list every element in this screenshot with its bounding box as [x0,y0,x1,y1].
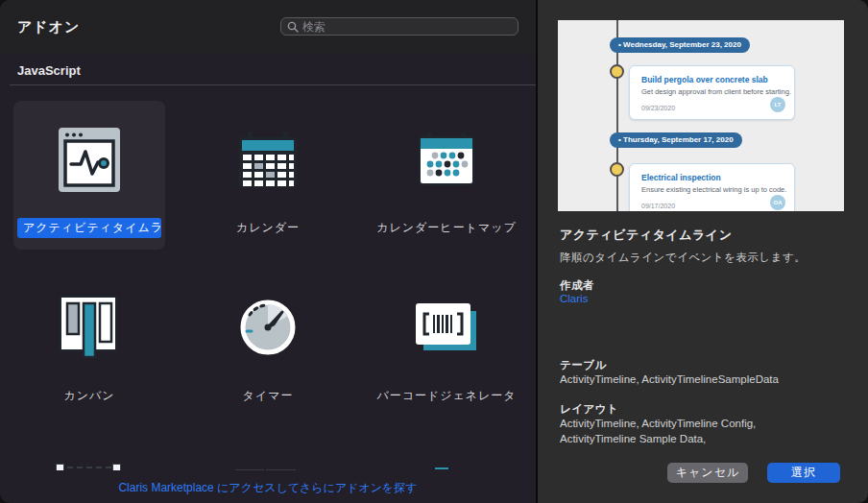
timeline-card-date: 09/17/2020 [641,203,675,209]
timeline-card: Electrical inspection Ensure existing el… [629,163,795,211]
addon-detail-title: アクティビティタイムライン [560,227,732,244]
select-button[interactable]: 選択 [767,463,840,483]
timeline-date-badge: • Thursday, September 17, 2020 [610,132,742,148]
barcode-icon [416,303,477,351]
layouts-label: レイアウト [560,402,618,417]
addon-preview-image: • Wednesday, September 23, 2020 Build pe… [558,20,844,211]
search-icon [287,21,299,33]
calendar-heatmap-icon [419,132,474,186]
timeline-date-badge: • Wednesday, September 23, 2020 [610,37,750,53]
creator-link[interactable]: Claris [560,293,588,304]
timeline-card: Build pergola over concrete slab Get des… [629,65,795,120]
addon-label-calendar-heatmap: カレンダーヒートマップ [376,221,517,234]
tables-label: テーブル [560,358,607,372]
addons-dialog: アドオン JavaScript [0,0,868,503]
addon-tile-activity-timeline[interactable]: アクティビティタイムラ… [0,101,179,250]
layouts-value-line2: ActivityTimeline Sample Data, [560,433,706,444]
timeline-node [610,64,624,79]
addons-list-panel: アドオン JavaScript [0,0,536,503]
addon-label-timer: タイマー [243,389,294,402]
timeline-card-title: Build pergola over concrete slab [641,75,768,84]
addon-label-barcode-generator: バーコードジェネレータ [376,389,516,402]
addon-detail-panel: • Wednesday, September 23, 2020 Build pe… [538,0,868,503]
activity-timeline-icon [59,128,120,192]
calendar-icon [238,132,298,188]
addon-label-kanban: カンバン [63,389,114,402]
cancel-button[interactable]: キャンセル [667,463,748,483]
creator-label: 作成者 [560,278,594,293]
addon-tile-timer[interactable]: タイマー [179,269,357,418]
addon-detail-description: 降順のタイムラインでイベントを表示します。 [560,251,806,265]
page-title: アドオン [17,18,80,36]
timeline-node [610,162,624,177]
section-divider [10,84,536,85]
claris-marketplace-link[interactable]: Claris Marketplace にアクセスしてさらにアドオンを探す [0,480,536,496]
addon-tile-calendar-heatmap[interactable]: カレンダーヒートマップ [357,101,536,250]
addon-label-calendar: カレンダー [236,221,300,234]
timeline-card-title: Electrical inspection [641,173,721,182]
kanban-icon [60,296,119,359]
timeline-card-date: 09/23/2020 [641,105,675,111]
addon-tile-barcode-generator[interactable]: バーコードジェネレータ [357,269,536,418]
addon-tile-kanban[interactable]: カンバン [0,269,179,418]
timeline-card-subtitle: Ensure existing electrical wiring is up … [641,185,786,194]
layouts-value-line1: ActivityTimeline, ActivityTimeline Confi… [560,418,756,429]
tables-value: ActivityTimeline, ActivityTimelineSample… [560,373,779,385]
partial-addon-icon-middle-2 [266,469,296,470]
left-header: アドオン [0,0,536,55]
avatar: OA [770,195,785,210]
search-box[interactable] [280,17,518,36]
partial-addon-icon-right [435,467,448,469]
partial-addon-icon-middle [235,469,264,470]
search-input[interactable] [302,20,512,34]
timer-icon [239,299,297,356]
addon-tile-calendar[interactable]: カレンダー [179,101,357,250]
addon-label-activity-timeline: アクティビティタイムラ… [17,218,161,238]
section-title-javascript: JavaScript [17,63,81,78]
avatar: LT [770,97,785,112]
timeline-card-subtitle: Get design approval from client before s… [641,87,791,96]
